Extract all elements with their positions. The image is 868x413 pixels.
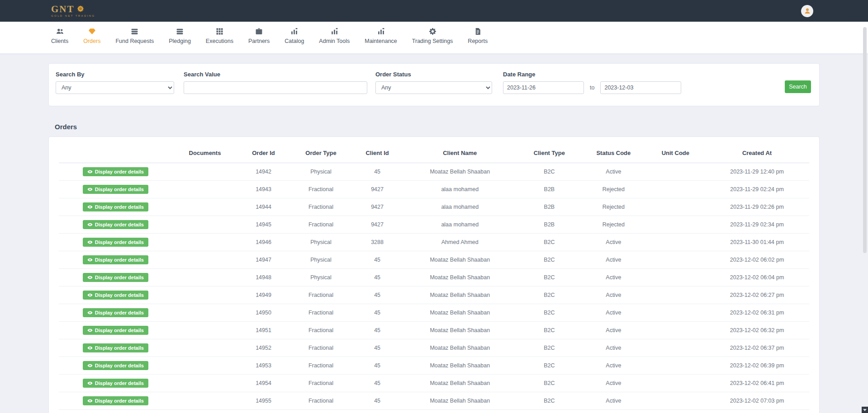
display-order-details-label: Display order details — [95, 222, 144, 227]
cell-order-type: Fractional — [289, 181, 352, 198]
cell-action: Display order details — [59, 339, 172, 357]
cell-documents — [172, 269, 237, 286]
nav-item-orders[interactable]: Orders — [83, 28, 100, 53]
user-icon — [804, 7, 811, 14]
column-header: Status Code — [581, 147, 646, 163]
cell-action: Display order details — [59, 251, 172, 269]
display-order-details-button[interactable]: Display order details — [83, 361, 148, 370]
cell-status-code: Active — [581, 286, 646, 304]
cell-created-at: 2023-11-29 02:26 pm — [705, 198, 809, 216]
display-order-details-label: Display order details — [95, 239, 144, 245]
table-row: Display order details 14948 Physical 45 … — [59, 269, 809, 286]
display-order-details-button[interactable]: Display order details — [83, 185, 148, 194]
cell-client-type: B2C — [518, 234, 581, 251]
cell-created-at: 2023-12-02 06:27 pm — [705, 286, 809, 304]
cell-order-type: Fractional — [289, 304, 352, 322]
eye-icon — [87, 239, 93, 245]
date-to-input[interactable] — [600, 81, 681, 94]
display-order-details-button[interactable]: Display order details — [83, 220, 148, 229]
cell-action: Display order details — [59, 410, 172, 413]
cell-order-id: 14948 — [237, 269, 289, 286]
display-order-details-button[interactable]: Display order details — [83, 343, 148, 352]
display-order-details-button[interactable]: Display order details — [83, 167, 148, 176]
cell-client-id: 9427 — [352, 216, 402, 234]
orders-table-body: Display order details 14942 Physical 45 … — [59, 163, 809, 413]
cell-action: Display order details — [59, 286, 172, 304]
display-order-details-label: Display order details — [95, 204, 144, 210]
table-row: Display order details 14942 Physical 45 … — [59, 163, 809, 181]
cell-status-code: Active — [581, 375, 646, 392]
cell-status-code: Active — [581, 251, 646, 269]
cell-status-code: Active — [581, 357, 646, 375]
display-order-details-button[interactable]: Display order details — [83, 379, 148, 388]
display-order-details-button[interactable]: Display order details — [83, 238, 148, 247]
order-status-select[interactable]: Any — [375, 81, 492, 94]
table-row: Display order details 14950 Fractional 4… — [59, 304, 809, 322]
cell-order-type: Fractional — [289, 392, 352, 410]
table-row: Display order details 14953 Fractional 4… — [59, 357, 809, 375]
cell-order-id: 14956 — [237, 410, 289, 413]
nav-item-trading-settings[interactable]: Trading Settings — [412, 28, 453, 53]
cell-client-type: B2C — [518, 322, 581, 339]
nav-item-maintenance[interactable]: Maintenance — [365, 28, 397, 53]
order-status-label: Order Status — [375, 71, 492, 78]
display-order-details-button[interactable]: Display order details — [83, 308, 148, 317]
lion-logo-icon — [76, 5, 85, 13]
scrollbar-down-button[interactable] — [862, 407, 868, 413]
cell-order-id: 14950 — [237, 304, 289, 322]
cell-client-name: Moataz Bellah Shaaban — [402, 357, 518, 375]
column-header: Order Id — [237, 147, 289, 163]
cell-action: Display order details — [59, 322, 172, 339]
nav-item-reports[interactable]: Reports — [468, 28, 488, 53]
nav-item-pledging[interactable]: Pledging — [169, 28, 191, 53]
display-order-details-button[interactable]: Display order details — [83, 326, 148, 335]
cell-documents — [172, 286, 237, 304]
cell-created-at: 2023-12-02 06:32 pm — [705, 322, 809, 339]
orders-table: DocumentsOrder IdOrder TypeClient IdClie… — [59, 147, 809, 413]
display-order-details-label: Display order details — [95, 363, 144, 368]
cell-unit-code — [646, 163, 705, 181]
scrollbar-thumb[interactable] — [863, 27, 867, 253]
eye-icon — [87, 328, 93, 333]
display-order-details-button[interactable]: Display order details — [83, 255, 148, 264]
logo-tagline: GOLD NET TRADING — [51, 14, 95, 17]
nav-item-catalog[interactable]: Catalog — [285, 28, 304, 53]
cell-client-type: B2C — [518, 392, 581, 410]
date-from-input[interactable] — [503, 81, 584, 94]
user-avatar-button[interactable] — [801, 5, 813, 17]
cell-order-id: 14942 — [237, 163, 289, 181]
cell-status-code: Rejected — [581, 181, 646, 198]
cell-action: Display order details — [59, 269, 172, 286]
display-order-details-button[interactable]: Display order details — [83, 273, 148, 282]
table-row: Display order details 14955 Fractional 4… — [59, 392, 809, 410]
search-value-input[interactable] — [184, 81, 367, 94]
cell-client-id: 45 — [352, 304, 402, 322]
display-order-details-label: Display order details — [95, 275, 144, 280]
cell-unit-code — [646, 375, 705, 392]
table-row: Display order details 14954 Fractional 4… — [59, 375, 809, 392]
cell-documents — [172, 304, 237, 322]
cell-unit-code — [646, 304, 705, 322]
cell-status-code: Active — [581, 304, 646, 322]
scrollbar[interactable] — [862, 0, 868, 413]
table-row: Display order details 14956 Physical 45 … — [59, 410, 809, 413]
display-order-details-button[interactable]: Display order details — [83, 202, 148, 211]
display-order-details-button[interactable]: Display order details — [83, 291, 148, 300]
display-order-details-button[interactable]: Display order details — [83, 396, 148, 405]
search-by-select[interactable]: Any — [56, 81, 174, 94]
cell-client-name: Moataz Bellah Shaaban — [402, 322, 518, 339]
nav-item-executions[interactable]: Executions — [206, 28, 233, 53]
nav-item-clients[interactable]: Clients — [51, 28, 68, 53]
nav-item-fund-requests[interactable]: Fund Requests — [115, 28, 154, 53]
nav-item-partners[interactable]: Partners — [248, 28, 270, 53]
cell-created-at: 2023-12-02 06:41 pm — [705, 375, 809, 392]
cell-unit-code — [646, 286, 705, 304]
nav-item-admin-tools[interactable]: Admin Tools — [319, 28, 350, 53]
display-order-details-label: Display order details — [95, 345, 144, 351]
cell-action: Display order details — [59, 375, 172, 392]
logo[interactable]: GNT GOLD NET TRADING — [48, 5, 95, 17]
search-button[interactable]: Search — [785, 80, 811, 93]
cell-order-id: 14954 — [237, 375, 289, 392]
eye-icon — [87, 222, 93, 227]
cell-order-type: Physical — [289, 251, 352, 269]
